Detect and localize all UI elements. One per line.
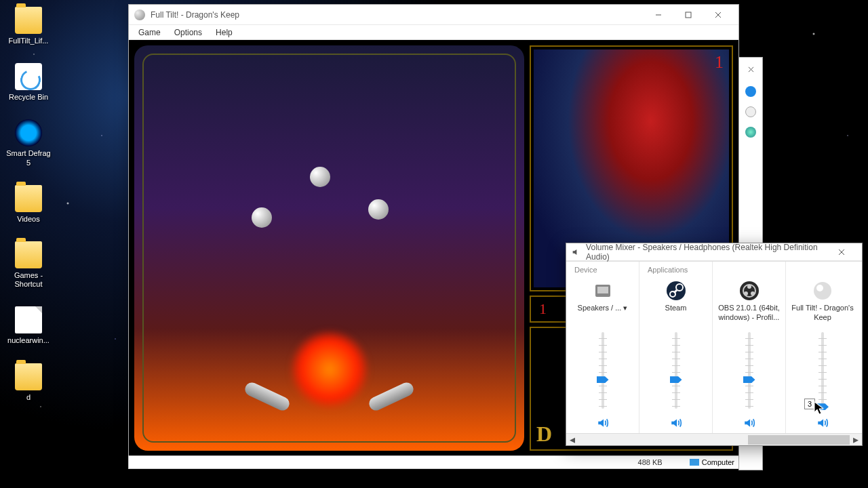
- volume-slider[interactable]: [816, 328, 829, 413]
- mixer-channel-1: ApplicationsSteam: [639, 262, 713, 433]
- maximize-button[interactable]: [673, 5, 703, 24]
- volume-slider[interactable]: [743, 328, 756, 413]
- volume-slider[interactable]: [669, 328, 683, 413]
- menu-options[interactable]: Options: [169, 26, 208, 39]
- menu-game[interactable]: Game: [133, 26, 166, 39]
- computer-icon: [690, 459, 699, 466]
- close-button[interactable]: [703, 5, 733, 24]
- svg-rect-1: [686, 12, 691, 18]
- app-icon[interactable]: [812, 281, 833, 301]
- app-icon[interactable]: [593, 281, 613, 301]
- channel-name: Steam: [665, 304, 687, 324]
- app-icon[interactable]: [739, 281, 760, 301]
- menu-help[interactable]: Help: [210, 26, 238, 39]
- app-icon[interactable]: [666, 281, 686, 301]
- mixer-title: Volume Mixer - Speakers / Headphones (Re…: [586, 243, 827, 262]
- svg-point-16: [747, 285, 751, 289]
- mixer-channel-0: DeviceSpeakers / ... ▾: [566, 262, 639, 433]
- mixer-scrollbar[interactable]: ◂ ▸: [566, 433, 862, 445]
- svg-point-19: [814, 282, 831, 300]
- left-flipper: [243, 380, 292, 413]
- mouse-cursor: [814, 401, 826, 416]
- mute-button[interactable]: [815, 415, 830, 430]
- mixer-channel-2: OBS 21.0.1 (64bit, windows) - Profil...: [713, 262, 786, 433]
- desktop-icon-fulltilt[interactable]: FullTilt_Lif...: [4, 7, 53, 45]
- mixer-titlebar[interactable]: Volume Mixer - Speakers / Headphones (Re…: [566, 243, 862, 261]
- scroll-left-button[interactable]: ◂: [566, 434, 578, 445]
- menubar: Game Options Help: [129, 25, 738, 40]
- mute-button[interactable]: [669, 415, 684, 430]
- desktop-icon-nuclearwin[interactable]: nuclearwin...: [4, 306, 53, 345]
- explorer-statusbar: 488 KB Computer: [128, 455, 739, 469]
- volume-slider[interactable]: [596, 328, 610, 413]
- desktop-icon-recycle-bin[interactable]: Recycle Bin: [4, 63, 53, 102]
- desktop-icon-smart-defrag[interactable]: Smart Defrag 5: [4, 119, 53, 167]
- game-titlebar[interactable]: Full Tilt! - Dragon's Keep: [129, 5, 738, 25]
- mute-button[interactable]: [595, 415, 610, 430]
- desktop-icon-videos[interactable]: Videos: [4, 185, 53, 224]
- globe-icon: [745, 127, 756, 138]
- scroll-right-button[interactable]: ▸: [850, 434, 862, 445]
- search-icon[interactable]: [745, 106, 756, 117]
- scroll-thumb[interactable]: [748, 435, 850, 445]
- svg-rect-9: [597, 287, 608, 293]
- pinball-playfield[interactable]: [134, 45, 524, 451]
- minimize-button[interactable]: [644, 5, 673, 24]
- mixer-close-button[interactable]: [827, 243, 856, 262]
- channel-name: OBS 21.0.1 (64bit, windows) - Profil...: [715, 304, 783, 324]
- mute-button[interactable]: [742, 415, 757, 430]
- explorer-close-button[interactable]: [743, 62, 758, 77]
- game-window-title: Full Tilt! - Dragon's Keep: [151, 10, 239, 20]
- game-app-icon: [134, 9, 145, 20]
- svg-point-18: [751, 291, 755, 296]
- right-flipper: [367, 380, 416, 413]
- svg-point-17: [744, 291, 748, 296]
- desktop-icon-d[interactable]: d: [4, 363, 53, 402]
- desktop-icon-games[interactable]: Games - Shortcut: [4, 241, 53, 289]
- speaker-icon: [572, 247, 580, 257]
- svg-point-20: [816, 285, 823, 291]
- help-icon[interactable]: [745, 86, 756, 97]
- channel-name: Full Tilt! - Dragon's Keep: [789, 304, 856, 324]
- channel-name: Speakers / ... ▾: [578, 304, 628, 324]
- desktop-icons: FullTilt_Lif... Recycle Bin Smart Defrag…: [4, 7, 53, 402]
